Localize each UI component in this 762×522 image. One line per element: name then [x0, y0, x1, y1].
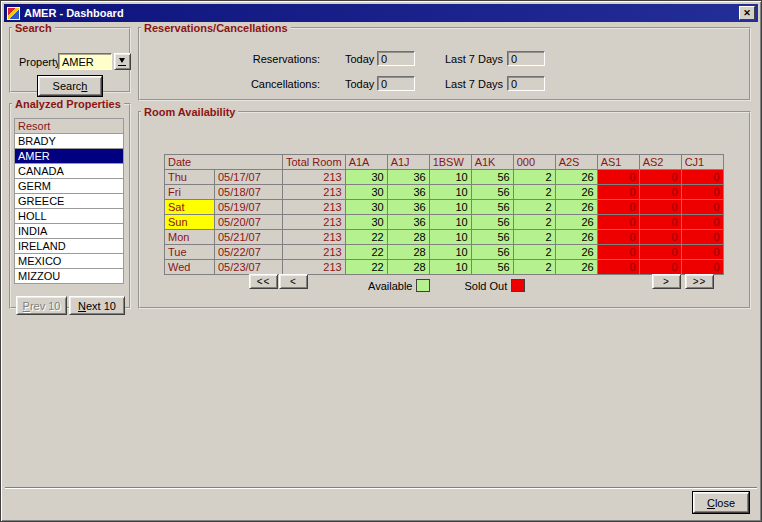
total-room-cell: 213 — [283, 200, 346, 215]
availability-row: Tue 05/22/07 213 22 28 10 56 2 26 0 0 0 — [165, 245, 724, 260]
col-cj1: CJ1 — [681, 155, 723, 170]
page-next-button[interactable]: > — [652, 274, 681, 289]
available-cell: 26 — [555, 260, 597, 275]
available-cell: 2 — [513, 260, 555, 275]
soldout-cell: 0 — [597, 260, 639, 275]
available-cell: 2 — [513, 185, 555, 200]
cancellations-last7-input[interactable] — [507, 76, 545, 91]
availability-row: Sat 05/19/07 213 30 36 10 56 2 26 0 0 0 — [165, 200, 724, 215]
analyzed-properties-group: Analyzed Properties Resort BRADY AMER CA… — [9, 98, 131, 309]
available-cell: 10 — [429, 230, 471, 245]
soldout-cell: 0 — [681, 200, 723, 215]
room-availability-title: Room Availability — [141, 106, 238, 118]
available-cell: 30 — [345, 170, 387, 185]
col-a1a: A1A — [345, 155, 387, 170]
reservations-row: Reservations: Today Last 7 Days — [140, 53, 749, 69]
reservations-group-title: Reservations/Cancellations — [141, 22, 291, 34]
available-cell: 36 — [387, 215, 429, 230]
prev-10-button[interactable]: Prev 10 — [16, 296, 67, 315]
next-10-button[interactable]: Next 10 — [69, 296, 125, 315]
col-a1k: A1K — [471, 155, 513, 170]
soldout-cell: 0 — [639, 230, 681, 245]
available-cell: 2 — [513, 200, 555, 215]
available-cell: 22 — [345, 260, 387, 275]
available-cell: 28 — [387, 245, 429, 260]
cancellations-label: Cancellations: — [205, 78, 320, 90]
list-item[interactable]: BRADY — [15, 134, 124, 149]
cancellations-today-input[interactable] — [377, 76, 415, 91]
titlebar[interactable]: AMER - Dashboard ✕ — [4, 4, 758, 22]
date-cell: 05/22/07 — [215, 245, 283, 260]
list-item[interactable]: GERM — [15, 179, 124, 194]
list-item[interactable]: MIZZOU — [15, 269, 124, 284]
total-room-cell: 213 — [283, 215, 346, 230]
available-cell: 56 — [471, 230, 513, 245]
analyzed-properties-title: Analyzed Properties — [12, 98, 124, 110]
close-window-button[interactable]: ✕ — [739, 6, 755, 20]
day-cell: Fri — [165, 185, 215, 200]
available-cell: 26 — [555, 170, 597, 185]
reservations-today-input[interactable] — [377, 51, 415, 66]
property-dropdown-button[interactable] — [114, 53, 131, 70]
total-room-cell: 213 — [283, 170, 346, 185]
availability-table: Date Total Room A1A A1J 1BSW A1K 000 A2S… — [164, 154, 724, 275]
day-cell: Wed — [165, 260, 215, 275]
list-item-selected[interactable]: AMER — [15, 149, 124, 164]
day-cell: Tue — [165, 245, 215, 260]
page-prev-button[interactable]: < — [279, 274, 308, 289]
day-cell: Mon — [165, 230, 215, 245]
available-cell: 56 — [471, 260, 513, 275]
available-cell: 26 — [555, 230, 597, 245]
soldout-cell: 0 — [681, 185, 723, 200]
close-icon: ✕ — [743, 9, 751, 18]
available-cell: 26 — [555, 245, 597, 260]
col-000: 000 — [513, 155, 555, 170]
available-cell: 28 — [387, 230, 429, 245]
total-room-cell: 213 — [283, 260, 346, 275]
legend-available-label: Available — [368, 280, 412, 292]
availability-row: Sun 05/20/07 213 30 36 10 56 2 26 0 0 0 — [165, 215, 724, 230]
day-cell-weekend: Sat — [165, 200, 215, 215]
legend-available: Available — [368, 279, 430, 292]
soldout-cell: 0 — [681, 215, 723, 230]
resort-list: Resort BRADY AMER CANADA GERM GREECE HOL… — [14, 118, 124, 284]
room-availability-group: Room Availability Date Total Room A1A A1… — [138, 106, 751, 309]
available-cell: 22 — [345, 230, 387, 245]
list-item[interactable]: HOLL — [15, 209, 124, 224]
reservations-last7-input[interactable] — [507, 51, 545, 66]
available-cell: 26 — [555, 185, 597, 200]
soldout-cell: 0 — [597, 185, 639, 200]
col-as1: AS1 — [597, 155, 639, 170]
soldout-cell: 0 — [639, 185, 681, 200]
soldout-cell: 0 — [681, 260, 723, 275]
col-a1j: A1J — [387, 155, 429, 170]
date-cell: 05/20/07 — [215, 215, 283, 230]
page-last-button[interactable]: >> — [685, 274, 714, 289]
available-cell: 2 — [513, 230, 555, 245]
list-item[interactable]: IRELAND — [15, 239, 124, 254]
available-cell: 2 — [513, 215, 555, 230]
list-item[interactable]: CANADA — [15, 164, 124, 179]
available-cell: 10 — [429, 215, 471, 230]
available-cell: 10 — [429, 200, 471, 215]
soldout-cell: 0 — [639, 170, 681, 185]
list-item[interactable]: GREECE — [15, 194, 124, 209]
available-cell: 26 — [555, 200, 597, 215]
list-item[interactable]: INDIA — [15, 224, 124, 239]
page-first-button[interactable]: << — [249, 274, 278, 289]
available-cell: 10 — [429, 260, 471, 275]
property-input[interactable] — [58, 53, 112, 70]
legend: Available Sold Out — [368, 279, 525, 292]
close-button[interactable]: Close — [693, 492, 749, 513]
date-cell: 05/17/07 — [215, 170, 283, 185]
soldout-cell: 0 — [681, 230, 723, 245]
available-cell: 36 — [387, 200, 429, 215]
day-cell: Thu — [165, 170, 215, 185]
available-cell: 56 — [471, 185, 513, 200]
date-cell: 05/21/07 — [215, 230, 283, 245]
list-item[interactable]: MEXICO — [15, 254, 124, 269]
legend-soldout-label: Sold Out — [464, 280, 507, 292]
total-room-cell: 213 — [283, 230, 346, 245]
cancellations-row: Cancellations: Today Last 7 Days — [140, 78, 749, 94]
search-button[interactable]: Search — [38, 76, 102, 96]
